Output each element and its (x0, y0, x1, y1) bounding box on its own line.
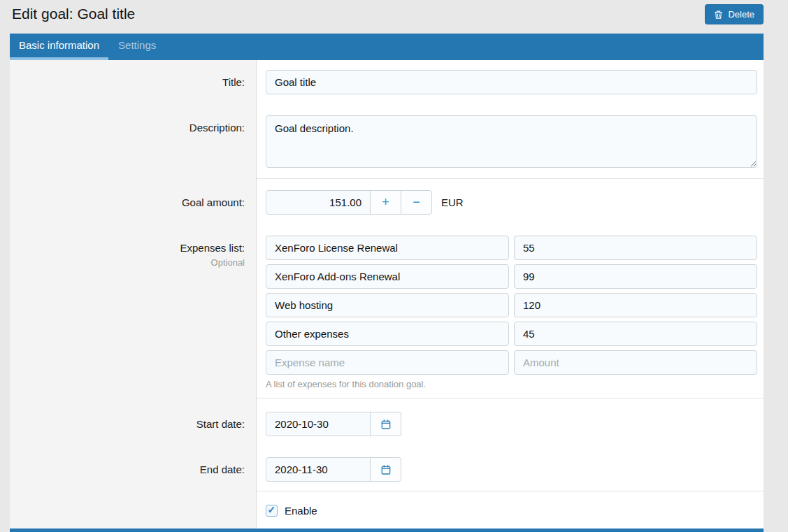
enable-row-label (10, 491, 257, 529)
page-header: Edit goal: Goal title Delete (10, 0, 764, 34)
delete-button-label: Delete (728, 9, 754, 20)
expense-row (266, 293, 757, 317)
expense-row (266, 264, 757, 289)
expense-amount-input[interactable] (514, 236, 757, 260)
goal-amount-input[interactable] (266, 190, 371, 215)
enable-label: Enable (285, 504, 317, 518)
enable-row: Enable (10, 491, 764, 529)
title-label: Title: (10, 60, 257, 104)
minus-icon: − (413, 195, 420, 210)
expenses-label-text: Expenses list: (180, 242, 245, 254)
increment-button[interactable]: + (370, 190, 401, 215)
expense-row (266, 236, 757, 260)
tab-basic-information[interactable]: Basic information (10, 34, 108, 60)
expenses-row: Expenses list: Optional A list of expens… (10, 231, 764, 398)
end-date-group (266, 457, 401, 482)
page: Edit goal: Goal title Delete Basic infor… (10, 0, 764, 532)
description-label: Description: (10, 104, 257, 178)
end-date-label: End date: (10, 445, 257, 491)
start-date-row: Start date: (10, 398, 764, 445)
expense-row (266, 322, 757, 346)
expense-amount-input[interactable] (514, 293, 757, 317)
calendar-icon (380, 419, 392, 430)
plus-icon: + (382, 195, 389, 210)
start-date-label: Start date: (10, 398, 257, 445)
expense-amount-input[interactable] (514, 264, 757, 289)
expense-row-new (266, 350, 757, 375)
page-title: Edit goal: Goal title (12, 6, 135, 22)
expenses-label: Expenses list: Optional (10, 231, 257, 398)
description-row: Description: Goal description. (10, 104, 764, 178)
expense-name-input[interactable] (266, 236, 509, 260)
end-date-calendar-button[interactable] (370, 457, 401, 482)
expense-amount-input[interactable] (514, 322, 757, 346)
enable-checkbox[interactable] (266, 505, 278, 517)
end-date-input[interactable] (266, 457, 371, 482)
calendar-icon (380, 464, 392, 475)
decrement-button[interactable]: − (401, 190, 432, 215)
tab-settings[interactable]: Settings (108, 34, 166, 60)
start-date-calendar-button[interactable] (370, 412, 401, 436)
expense-amount-input[interactable] (514, 350, 757, 375)
trash-icon (714, 10, 723, 20)
delete-button[interactable]: Delete (705, 4, 764, 24)
tab-bar: Basic information Settings (10, 34, 764, 60)
expense-rows (266, 236, 757, 346)
goal-amount-row: Goal amount: + − EUR (10, 179, 764, 231)
title-input[interactable] (266, 70, 757, 94)
expenses-help: A list of expenses for this donation goa… (266, 379, 757, 389)
goal-amount-label: Goal amount: (10, 179, 257, 231)
expense-name-input[interactable] (266, 322, 509, 346)
goal-amount-stepper: + − (266, 190, 432, 215)
end-date-row: End date: (10, 445, 764, 491)
title-row: Title: (10, 60, 764, 104)
expense-name-input[interactable] (266, 293, 509, 317)
panel-bottom-bar (10, 529, 764, 532)
start-date-group (266, 412, 401, 436)
optional-badge: Optional (10, 256, 245, 270)
start-date-input[interactable] (266, 412, 371, 436)
expense-name-input[interactable] (266, 264, 509, 289)
expense-name-input[interactable] (266, 350, 509, 375)
currency-label: EUR (441, 196, 464, 208)
description-textarea[interactable]: Goal description. (266, 115, 757, 168)
